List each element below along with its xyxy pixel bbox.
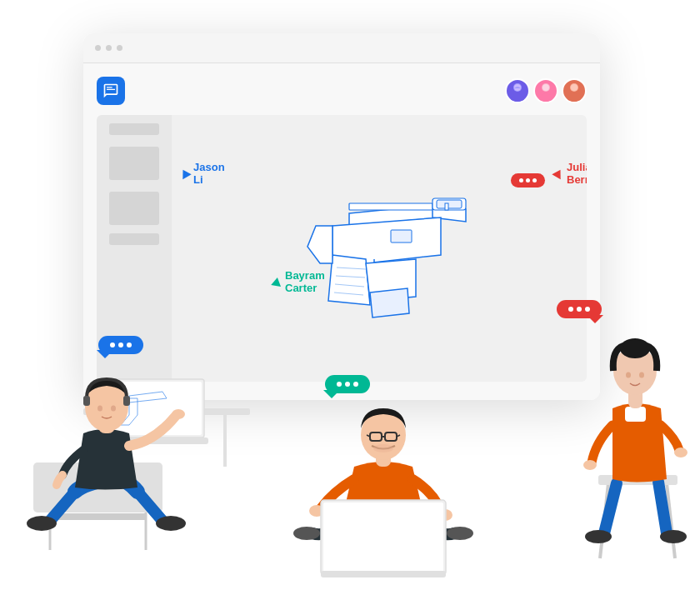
dot-m1 (337, 382, 342, 387)
cursor-julia-text: Julia Berry (567, 161, 587, 186)
bubble-tail-left (97, 350, 113, 358)
svg-rect-35 (108, 438, 208, 444)
svg-point-73 (639, 372, 644, 378)
svg-point-59 (373, 444, 393, 452)
svg-line-58 (397, 435, 400, 437)
svg-point-5 (542, 84, 549, 91)
svg-point-67 (674, 448, 688, 458)
svg-point-70 (620, 338, 650, 358)
dot-m3 (353, 382, 358, 387)
sidebar-item-1 (109, 123, 159, 135)
app-header (97, 77, 587, 105)
svg-rect-25 (445, 203, 448, 210)
svg-line-61 (667, 483, 675, 558)
bubble-tail-right (587, 315, 603, 323)
avatar-jason (505, 78, 530, 103)
svg-point-48 (438, 509, 452, 521)
svg-point-37 (156, 516, 186, 531)
dot-2 (526, 178, 530, 182)
svg-point-7 (568, 93, 581, 102)
sidebar-item-2 (109, 147, 159, 180)
svg-point-38 (172, 409, 185, 419)
svg-rect-68 (628, 385, 642, 408)
titlebar-dot-1 (95, 45, 101, 51)
cursor-arrow-julia (552, 168, 564, 180)
dot-1 (519, 178, 523, 182)
svg-marker-22 (370, 288, 409, 318)
browser-content: Jason Li Julia Berry Bayram Carter (83, 63, 600, 400)
svg-point-66 (583, 460, 597, 470)
browser-window: Jason Li Julia Berry Bayram Carter (83, 33, 600, 400)
dot-l2 (118, 342, 123, 348)
svg-rect-62 (598, 475, 678, 485)
svg-rect-52 (376, 448, 391, 467)
cursor-arrow-jason (178, 168, 191, 180)
dot-r3 (585, 307, 590, 312)
svg-rect-30 (83, 408, 250, 415)
user-avatars (505, 78, 587, 103)
svg-point-46 (447, 527, 473, 540)
svg-point-8 (571, 84, 578, 91)
app-logo (97, 77, 125, 105)
svg-rect-49 (321, 500, 446, 575)
svg-rect-54 (370, 432, 382, 441)
svg-point-53 (361, 410, 406, 460)
svg-point-45 (293, 527, 320, 540)
dot-r1 (568, 307, 573, 312)
canvas-area: Jason Li Julia Berry Bayram Carter (97, 115, 587, 382)
svg-point-47 (309, 505, 324, 517)
svg-point-43 (98, 406, 102, 412)
cursor-jason-text: Jason Li (193, 161, 225, 186)
svg-rect-55 (385, 432, 397, 441)
svg-rect-50 (323, 502, 443, 572)
svg-rect-65 (625, 407, 646, 422)
cursor-jason-label: Jason Li (180, 161, 225, 186)
svg-point-63 (585, 530, 612, 543)
sidebar-item-3 (109, 192, 159, 225)
svg-marker-24 (308, 226, 332, 263)
dot-r2 (577, 307, 582, 312)
svg-rect-11 (349, 203, 432, 210)
svg-point-64 (660, 530, 687, 543)
gun-illustration (249, 163, 482, 333)
message-icon (102, 82, 119, 99)
cursor-bayram-label: Bayram Carter (272, 269, 325, 294)
dot-3 (532, 178, 537, 182)
avatar-julia (533, 78, 558, 103)
svg-line-60 (600, 483, 608, 558)
svg-point-1 (511, 93, 524, 102)
svg-point-36 (27, 516, 57, 531)
chat-bubble-canvas-right (511, 173, 545, 188)
sidebar-item-4 (109, 233, 159, 245)
svg-marker-16 (328, 255, 370, 305)
browser-titlebar (83, 33, 600, 63)
svg-rect-29 (33, 462, 162, 512)
cursor-arrow-bayram (271, 277, 282, 287)
bubble-tail-middle (323, 390, 340, 398)
svg-rect-23 (391, 230, 412, 242)
svg-line-57 (367, 435, 370, 437)
dot-m2 (345, 382, 350, 387)
svg-point-4 (539, 93, 552, 102)
svg-point-44 (111, 406, 116, 412)
avatar-bayram (562, 78, 587, 103)
svg-point-72 (626, 372, 631, 378)
dot-l1 (110, 342, 115, 348)
svg-rect-39 (98, 415, 115, 433)
titlebar-dot-3 (117, 45, 122, 51)
svg-rect-51 (321, 571, 446, 578)
titlebar-dot-2 (106, 45, 112, 51)
svg-point-69 (613, 347, 657, 395)
dot-l3 (127, 342, 132, 348)
cursor-julia-label: Julia Berry (553, 161, 587, 186)
svg-rect-13 (437, 200, 462, 208)
scene: Jason Li Julia Berry Bayram Carter (0, 0, 700, 600)
cursor-bayram-text: Bayram Carter (285, 269, 325, 294)
